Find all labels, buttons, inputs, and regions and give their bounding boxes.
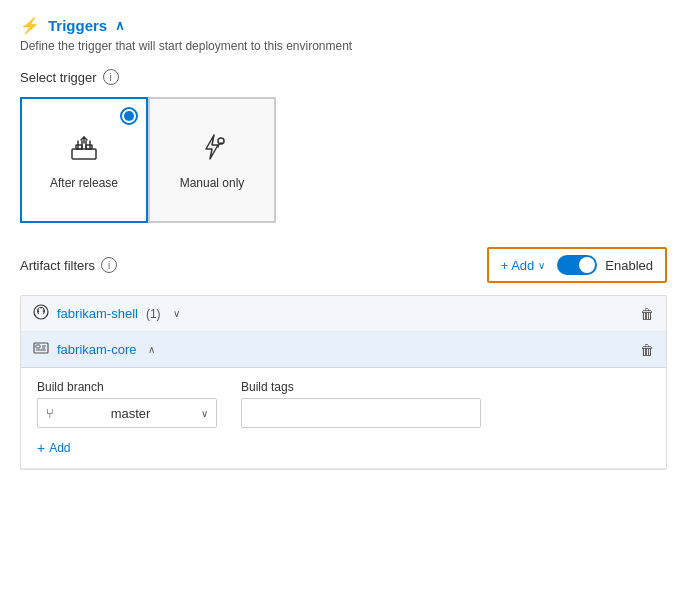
trigger-card-manual-only[interactable]: Manual only (148, 97, 276, 223)
core-expand-icon: ∧ (148, 344, 155, 355)
add-artifact-label: + Add (501, 258, 535, 273)
add-chevron-icon: ∨ (538, 260, 545, 271)
artifact-filters-label: Artifact filters (20, 258, 95, 273)
after-release-icon (68, 131, 100, 168)
triggers-section: ⚡ Triggers ∧ Define the trigger that wil… (20, 16, 667, 470)
svg-rect-1 (76, 145, 82, 149)
section-title: Triggers (48, 17, 107, 34)
select-trigger-info-icon[interactable]: i (103, 69, 119, 85)
add-plus-icon: + (37, 440, 45, 456)
artifact-filters-section: Artifact filters i + Add ∨ Enabled (20, 247, 667, 470)
build-tags-label: Build tags (241, 380, 481, 394)
collapse-icon[interactable]: ∧ (115, 18, 125, 33)
add-artifact-button[interactable]: + Add ∨ (501, 258, 546, 273)
select-trigger-label: Select trigger i (20, 69, 667, 85)
branch-icon: ⑂ (46, 406, 54, 421)
build-branch-input[interactable]: ⑂ master ∨ (37, 398, 217, 428)
section-subtitle: Define the trigger that will start deplo… (20, 39, 667, 53)
artifact-controls: + Add ∨ Enabled (487, 247, 667, 283)
core-artifact-name: fabrikam-core (57, 342, 136, 357)
artifact-list: fabrikam-shell (1) ∨ 🗑 (20, 295, 667, 470)
trigger-options: After release Manual only (20, 97, 667, 223)
after-release-label: After release (50, 176, 118, 190)
artifact-filters-header: Artifact filters i + Add ∨ Enabled (20, 247, 667, 283)
build-tags-input[interactable] (241, 398, 481, 428)
shell-delete-icon[interactable]: 🗑 (640, 306, 654, 322)
add-filter-label: Add (49, 441, 70, 455)
toggle-container: Enabled (557, 255, 653, 275)
section-header: ⚡ Triggers ∧ (20, 16, 667, 35)
artifact-expanded-content-core: Build branch ⑂ master ∨ Build tags + (21, 368, 666, 469)
shell-artifact-name: fabrikam-shell (57, 306, 138, 321)
shell-expand-icon: ∨ (173, 308, 180, 319)
artifact-row-left-shell: fabrikam-shell (1) ∨ (33, 304, 180, 323)
build-fields: Build branch ⑂ master ∨ Build tags (37, 380, 650, 428)
build-branch-group: Build branch ⑂ master ∨ (37, 380, 217, 428)
artifact-filters-info-icon[interactable]: i (101, 257, 117, 273)
radio-after-release (120, 107, 138, 125)
add-filter-link[interactable]: + Add (37, 440, 650, 456)
build-branch-label: Build branch (37, 380, 217, 394)
manual-only-icon (196, 131, 228, 168)
svg-rect-0 (72, 149, 96, 159)
build-icon (33, 340, 49, 359)
branch-value: master (111, 406, 151, 421)
trigger-card-after-release[interactable]: After release (20, 97, 148, 223)
branch-dropdown-icon: ∨ (201, 408, 208, 419)
artifact-row-left-core: fabrikam-core ∧ (33, 340, 155, 359)
github-icon (33, 304, 49, 323)
shell-artifact-count: (1) (146, 307, 161, 321)
build-tags-group: Build tags (241, 380, 481, 428)
manual-only-label: Manual only (180, 176, 245, 190)
artifact-row-fabrikam-shell[interactable]: fabrikam-shell (1) ∨ 🗑 (21, 296, 666, 332)
enabled-label: Enabled (605, 258, 653, 273)
svg-rect-6 (36, 345, 40, 348)
core-delete-icon[interactable]: 🗑 (640, 342, 654, 358)
select-trigger-text: Select trigger (20, 70, 97, 85)
svg-rect-2 (86, 145, 92, 149)
artifact-filters-title: Artifact filters i (20, 257, 117, 273)
enabled-toggle[interactable] (557, 255, 597, 275)
triggers-icon: ⚡ (20, 16, 40, 35)
artifact-row-fabrikam-core[interactable]: fabrikam-core ∧ 🗑 (21, 332, 666, 368)
